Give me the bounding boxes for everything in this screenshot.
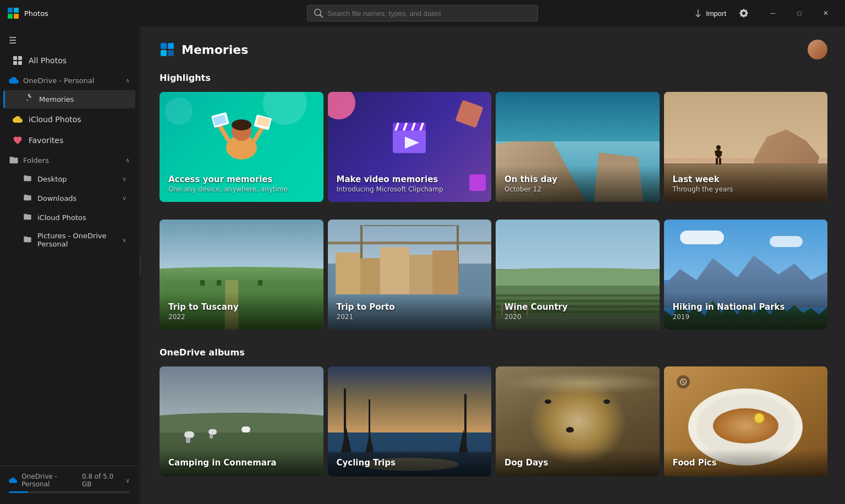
app-body: ☰ All Photos OneDrive - Personal ∧ xyxy=(0,26,845,504)
highlight-card-on-this-day[interactable]: On this day October 12 xyxy=(496,92,660,202)
onedrive-chevron-icon: ∧ xyxy=(125,77,130,84)
svg-rect-6 xyxy=(13,61,17,65)
highlight-card-access-memories[interactable]: Access your memories One any device, any… xyxy=(160,92,323,202)
highlight-card-last-week[interactable]: Last week Through the years xyxy=(664,92,828,202)
album-card-cycling[interactable]: Cycling Trips xyxy=(328,366,492,476)
icloud-folder-label: iCloud Photos xyxy=(37,213,86,222)
downloads-chevron-icon: ∨ xyxy=(122,195,127,202)
memories-page-icon xyxy=(160,42,175,57)
hiking-content: Hiking in National Parks 2019 xyxy=(664,293,828,330)
album-card-connemara[interactable]: Camping in Connemara xyxy=(160,366,323,476)
import-label: Import xyxy=(706,9,726,18)
footer-chevron-icon: ∨ xyxy=(125,477,130,484)
video-memories-title: Make video memories xyxy=(337,174,483,184)
highlights-grid: Access your memories One any device, any… xyxy=(160,92,827,202)
porto-year: 2021 xyxy=(337,313,483,321)
sidebar-item-pictures[interactable]: Pictures - OneDrive Personal ∨ xyxy=(3,228,135,252)
svg-rect-33 xyxy=(719,158,721,165)
svg-rect-0 xyxy=(8,8,13,13)
svg-rect-11 xyxy=(168,50,174,56)
app-title: Photos xyxy=(7,7,117,20)
hiking-year: 2019 xyxy=(673,313,819,321)
search-box[interactable] xyxy=(307,5,538,21)
last-week-content: Last week Through the years xyxy=(664,166,828,202)
onedrive-footer-item[interactable]: OneDrive - Personal 0.8 of 5.0 GB ∨ xyxy=(9,473,130,488)
icloud-label: iCloud Photos xyxy=(29,115,81,124)
wine-country-year: 2020 xyxy=(504,313,651,321)
video-memories-subtitle: Introducing Microsoft Clipchamp xyxy=(337,185,483,193)
onedrive-storage-bar xyxy=(9,491,130,493)
sidebar-item-icloud[interactable]: iCloud Photos xyxy=(3,109,135,129)
trip-card-porto[interactable]: Trip to Porto 2021 xyxy=(328,220,492,330)
sidebar-footer: OneDrive - Personal 0.8 of 5.0 GB ∨ xyxy=(0,465,139,500)
trip-card-tuscany[interactable]: Trip to Tuscany 2022 xyxy=(160,220,323,330)
app-name-label: Photos xyxy=(24,9,48,18)
page-title-row: Memories xyxy=(160,42,248,57)
on-this-day-subtitle: October 12 xyxy=(504,185,651,193)
all-photos-icon xyxy=(12,55,23,66)
onedrive-section-header[interactable]: OneDrive - Personal ∧ xyxy=(0,71,139,90)
app-logo-icon xyxy=(7,7,20,20)
page-title: Memories xyxy=(182,43,248,57)
folders-section-header[interactable]: Folders ∧ xyxy=(0,151,139,169)
sidebar-item-all-photos[interactable]: All Photos xyxy=(3,51,135,70)
on-this-day-title: On this day xyxy=(504,174,651,184)
pictures-chevron-icon: ∨ xyxy=(122,237,127,244)
sidebar-item-desktop[interactable]: Desktop ∨ xyxy=(3,170,135,188)
search-area xyxy=(307,5,538,21)
dog-content: Dog Days xyxy=(496,449,660,476)
favorites-label: Favorites xyxy=(29,136,63,145)
connemara-title: Camping in Connemara xyxy=(168,458,315,468)
titlebar: Photos Import ─ □ ✕ xyxy=(0,0,845,26)
desktop-label: Desktop xyxy=(37,175,67,183)
hiking-title: Hiking in National Parks xyxy=(673,302,819,312)
sidebar-item-icloud-folder[interactable]: iCloud Photos xyxy=(3,209,135,227)
favorites-icon xyxy=(12,135,23,146)
sidebar-item-downloads[interactable]: Downloads ∨ xyxy=(3,189,135,207)
pictures-folder-icon xyxy=(23,235,32,245)
onedrive-storage-fill xyxy=(9,491,28,493)
folders-icon xyxy=(9,155,19,165)
svg-rect-1 xyxy=(14,8,19,13)
albums-grid: Camping in Connemara xyxy=(160,366,827,476)
all-photos-label: All Photos xyxy=(29,56,67,65)
titlebar-actions: Import ─ □ ✕ xyxy=(688,4,838,22)
svg-rect-3 xyxy=(14,14,19,19)
folders-chevron-icon: ∧ xyxy=(125,157,130,164)
album-card-food[interactable]: Food Pics xyxy=(664,366,828,476)
sidebar: ☰ All Photos OneDrive - Personal ∧ xyxy=(0,26,139,504)
cycling-content: Cycling Trips xyxy=(328,449,492,476)
settings-button[interactable] xyxy=(736,6,751,21)
gear-icon xyxy=(739,9,748,18)
minimize-button[interactable]: ─ xyxy=(760,4,786,22)
import-icon xyxy=(694,9,703,18)
sidebar-item-favorites[interactable]: Favorites xyxy=(3,130,135,150)
highlight-card-video-memories[interactable]: Make video memories Introducing Microsof… xyxy=(328,92,492,202)
sidebar-item-memories[interactable]: Memories xyxy=(3,90,135,108)
downloads-label: Downloads xyxy=(37,194,76,202)
tuscany-title: Trip to Tuscany xyxy=(168,302,315,312)
search-input[interactable] xyxy=(327,9,531,18)
trip-card-wine-country[interactable]: Wine Country 2020 xyxy=(496,220,660,330)
footer-onedrive-label: OneDrive - Personal xyxy=(21,473,78,488)
access-memories-subtitle: One any device, anywhere, anytime xyxy=(168,185,315,193)
food-content: Food Pics xyxy=(664,449,828,476)
onedrive-icon xyxy=(9,75,19,85)
import-button[interactable]: Import xyxy=(688,6,732,21)
close-button[interactable]: ✕ xyxy=(813,4,838,22)
trips-grid: Trip to Tuscany 2022 xyxy=(160,220,827,330)
wine-country-title: Wine Country xyxy=(504,302,651,312)
wine-country-content: Wine Country 2020 xyxy=(496,293,660,330)
trip-card-hiking[interactable]: Hiking in National Parks 2019 xyxy=(664,220,828,330)
porto-content: Trip to Porto 2021 xyxy=(328,293,492,330)
onedrive-footer-icon xyxy=(9,475,17,485)
hamburger-button[interactable]: ☰ xyxy=(0,31,139,50)
album-card-dog[interactable]: Dog Days xyxy=(496,366,660,476)
desktop-chevron-icon: ∨ xyxy=(122,176,127,183)
food-title: Food Pics xyxy=(673,458,819,468)
desktop-folder-icon xyxy=(23,174,32,184)
svg-rect-8 xyxy=(161,43,167,49)
user-avatar[interactable] xyxy=(808,40,827,59)
svg-point-28 xyxy=(716,145,721,150)
maximize-button[interactable]: □ xyxy=(787,4,812,22)
